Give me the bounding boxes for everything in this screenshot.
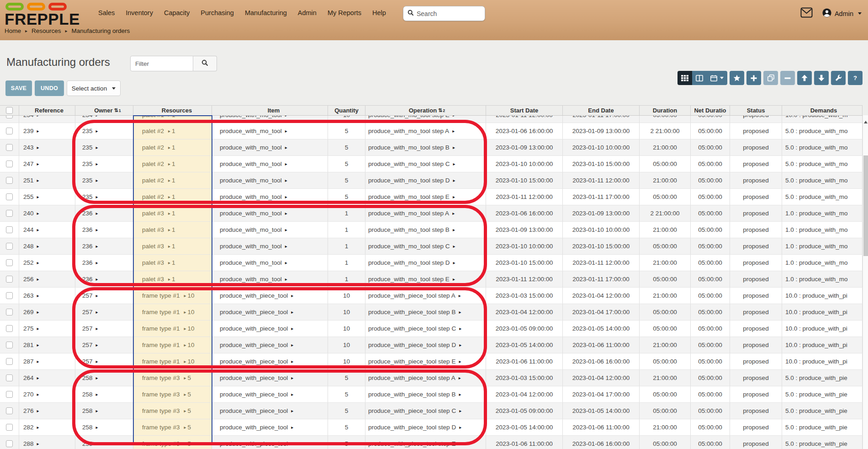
scrollbar-thumb[interactable] (863, 155, 868, 256)
drilldown-arrow-icon[interactable]: ▸ (453, 227, 455, 232)
drilldown-arrow-icon[interactable]: ▸ (168, 211, 170, 216)
quantity-cell[interactable]: 5 (328, 156, 365, 172)
duration-cell[interactable]: 05:00:00 (640, 304, 691, 320)
reference-cell[interactable]: 244▸ (19, 222, 75, 238)
move-down-arrow-icon[interactable] (814, 71, 829, 85)
end-date-cell[interactable]: 2023-01-10 10:00:00 (563, 139, 640, 155)
drilldown-arrow-icon[interactable]: ▸ (285, 260, 287, 265)
drilldown-arrow-icon[interactable]: ▸ (37, 277, 39, 282)
resources-cell[interactable]: frame type #3▸5 (133, 403, 212, 419)
operation-cell[interactable]: produce_with_mo_tool step A▸ (365, 123, 486, 139)
item-cell[interactable]: produce_with_mo_tool▸ (212, 271, 328, 287)
row-checkbox[interactable] (6, 358, 13, 365)
drilldown-arrow-icon[interactable]: ▸ (37, 244, 39, 249)
item-cell[interactable]: produce_with_piece_tool▸ (212, 419, 328, 435)
net-duration-cell[interactable]: 05:00:00 (691, 321, 730, 337)
row-checkbox[interactable] (6, 424, 13, 431)
net-duration-cell[interactable]: 05:00:00 (691, 386, 730, 402)
drilldown-arrow-icon[interactable]: ▸ (285, 277, 287, 282)
row-checkbox[interactable] (6, 259, 13, 266)
drilldown-arrow-icon[interactable]: ▸ (453, 178, 455, 183)
reference-cell[interactable]: 240▸ (19, 205, 75, 221)
reference-cell[interactable]: 269▸ (19, 304, 75, 320)
item-cell[interactable]: produce_with_piece_tool▸ (212, 386, 328, 402)
quantity-cell[interactable]: 10 (328, 353, 365, 369)
drilldown-arrow-icon[interactable]: ▸ (37, 441, 39, 446)
nav-item-inventory[interactable]: Inventory (126, 9, 153, 16)
drilldown-arrow-icon[interactable]: ▸ (184, 441, 186, 446)
drilldown-arrow-icon[interactable]: ▸ (184, 310, 186, 315)
operation-cell[interactable]: produce_with_piece_tool step B▸ (365, 304, 486, 320)
demands-cell[interactable]: 5.0 : produce_with_mo (782, 189, 863, 205)
drilldown-arrow-icon[interactable]: ▸ (96, 277, 98, 282)
owner-cell[interactable]: 234▸ (75, 116, 133, 123)
operation-cell[interactable]: produce_with_piece_tool step D▸ (365, 419, 486, 435)
resources-cell[interactable]: frame type #3▸5 (133, 370, 212, 386)
end-date-cell[interactable]: 2023-01-06 16:00:00 (563, 353, 640, 369)
item-cell[interactable]: produce_with_mo_tool▸ (212, 116, 328, 123)
drilldown-arrow-icon[interactable]: ▸ (459, 408, 461, 413)
column-header-status[interactable]: Status (730, 106, 782, 115)
drilldown-arrow-icon[interactable]: ▸ (459, 310, 461, 315)
demands-cell[interactable]: 5.0 : produce_with_pie (782, 419, 863, 435)
nav-item-purchasing[interactable]: Purchasing (201, 9, 234, 16)
reference-cell[interactable]: 270▸ (19, 386, 75, 402)
end-date-cell[interactable]: 2023-01-10 15:00:00 (563, 238, 640, 254)
quantity-cell[interactable]: 1 (328, 222, 365, 238)
row-checkbox[interactable] (6, 160, 13, 167)
row-checkbox[interactable] (6, 309, 13, 315)
drilldown-arrow-icon[interactable]: ▸ (291, 408, 293, 413)
item-cell[interactable]: produce_with_mo_tool▸ (212, 189, 328, 205)
start-date-cell[interactable]: 2023-01-11 12:00:00 (486, 271, 563, 287)
drilldown-arrow-icon[interactable]: ▸ (37, 161, 39, 166)
drilldown-arrow-icon[interactable]: ▸ (184, 425, 186, 430)
drilldown-arrow-icon[interactable]: ▸ (459, 441, 461, 446)
resources-cell[interactable]: palet #3▸1 (133, 222, 212, 238)
drilldown-arrow-icon[interactable]: ▸ (37, 408, 39, 413)
net-duration-cell[interactable]: 05:00:00 (691, 238, 730, 254)
drilldown-arrow-icon[interactable]: ▸ (459, 425, 461, 430)
select-all-checkbox[interactable] (6, 107, 13, 114)
operation-cell[interactable]: produce_with_piece_tool step C▸ (365, 403, 486, 419)
demands-cell[interactable]: 5.0 : produce_with_pie (782, 436, 863, 449)
item-cell[interactable]: produce_with_piece_tool▸ (212, 321, 328, 337)
start-date-cell[interactable]: 2023-01-03 15:00:00 (486, 370, 563, 386)
row-checkbox[interactable] (6, 210, 13, 217)
move-up-arrow-icon[interactable] (797, 71, 812, 85)
row-checkbox[interactable] (6, 243, 13, 250)
reference-cell[interactable]: 281▸ (19, 337, 75, 353)
quantity-cell[interactable]: 1 (328, 255, 365, 271)
net-duration-cell[interactable]: 05:00:00 (691, 156, 730, 172)
quantity-cell[interactable]: 5 (328, 370, 365, 386)
end-date-cell[interactable]: 2023-01-10 10:00:00 (563, 222, 640, 238)
drilldown-arrow-icon[interactable]: ▸ (37, 326, 39, 331)
quantity-cell[interactable]: 5 (328, 436, 365, 449)
drilldown-arrow-icon[interactable]: ▸ (184, 375, 186, 380)
net-duration-cell[interactable]: 05:00:00 (691, 370, 730, 386)
operation-cell[interactable]: produce_with_piece_tool step D▸ (365, 337, 486, 353)
drilldown-arrow-icon[interactable]: ▸ (453, 277, 455, 282)
row-checkbox[interactable] (6, 144, 13, 151)
drilldown-arrow-icon[interactable]: ▸ (184, 293, 186, 298)
net-duration-cell[interactable]: 05:00:00 (691, 255, 730, 271)
vertical-scrollbar[interactable] (863, 115, 868, 449)
end-date-cell[interactable]: 2023-01-04 12:00:00 (563, 288, 640, 304)
inbox-envelope-icon[interactable] (800, 7, 813, 20)
drilldown-arrow-icon[interactable]: ▸ (96, 161, 98, 166)
drilldown-arrow-icon[interactable]: ▸ (453, 161, 455, 166)
owner-cell[interactable]: 235▸ (75, 172, 133, 188)
quantity-cell[interactable]: 1 (328, 238, 365, 254)
drilldown-arrow-icon[interactable]: ▸ (291, 425, 293, 430)
filter-search-button[interactable] (193, 56, 217, 71)
start-date-cell[interactable]: 2023-01-05 14:00:00 (486, 419, 563, 435)
row-checkbox[interactable] (6, 276, 13, 283)
operation-cell[interactable]: produce_with_piece_tool step A▸ (365, 288, 486, 304)
duration-cell[interactable]: 05:00:00 (640, 189, 691, 205)
owner-cell[interactable]: 236▸ (75, 238, 133, 254)
start-date-cell[interactable]: 2023-01-11 12:00:00 (486, 116, 563, 123)
column-header-net-duration[interactable]: Net Duratio (691, 106, 730, 115)
quantity-cell[interactable]: 5 (328, 386, 365, 402)
drilldown-arrow-icon[interactable]: ▸ (168, 227, 170, 232)
demands-cell[interactable]: 1.0 : produce_with_mo (782, 255, 863, 271)
column-header-owner[interactable]: Owner⇅1 (75, 106, 133, 115)
